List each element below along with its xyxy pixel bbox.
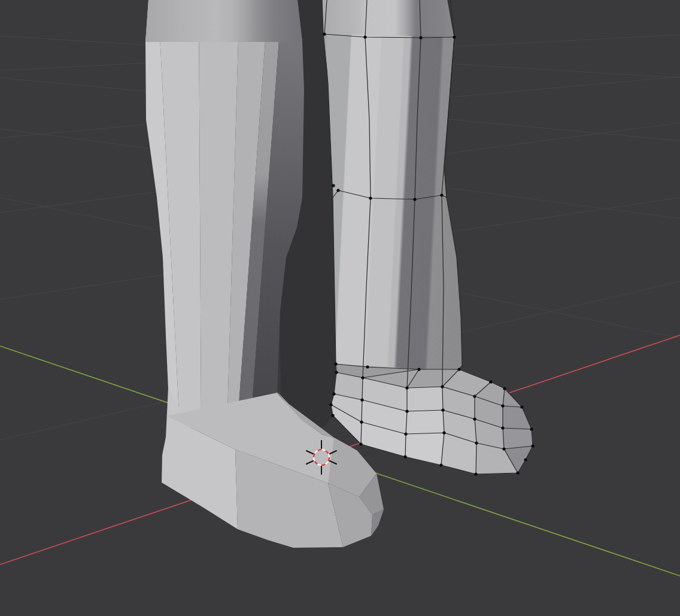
blender-viewport[interactable] [0,0,680,616]
3d-viewport-canvas[interactable] [0,0,680,616]
